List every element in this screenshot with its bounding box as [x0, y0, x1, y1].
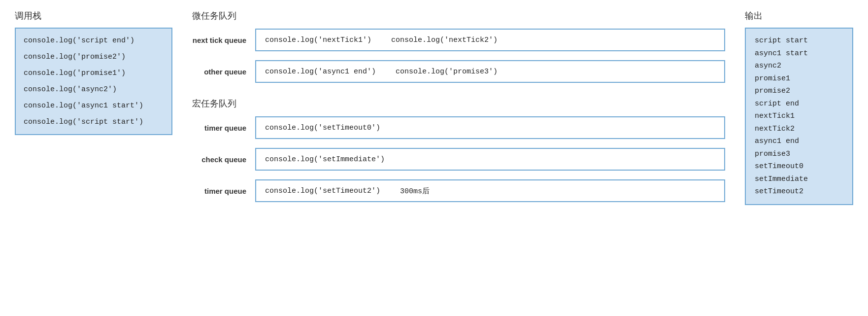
output-header: 输出 [745, 10, 853, 22]
micro-task-header: 微任务队列 [192, 10, 725, 22]
queue-box: console.log('nextTick1')console.log('nex… [255, 29, 725, 51]
queue-item: console.log('setTimeout2') [265, 187, 380, 195]
queue-label: check queue [192, 155, 246, 164]
output-box: script start async1 start async2 promise… [745, 28, 853, 205]
queue-item: console.log('setImmediate') [265, 155, 385, 164]
micro-queue-row: next tick queueconsole.log('nextTick1')c… [192, 29, 725, 51]
call-stack-item: console.log('promise1') [24, 66, 164, 80]
queue-label: other queue [192, 68, 246, 76]
macro-task-header: 宏任务队列 [192, 98, 725, 109]
queue-label: next tick queue [192, 36, 246, 44]
micro-queue-row: other queueconsole.log('async1 end')cons… [192, 60, 725, 83]
call-stack-column: 调用栈 console.log('script end')console.log… [15, 10, 172, 135]
main-layout: 调用栈 console.log('script end')console.log… [15, 10, 853, 211]
macro-queue-row: timer queueconsole.log('setTimeout2') 30… [192, 179, 725, 202]
queue-item: console.log('nextTick2') [391, 36, 498, 44]
output-column: 输出 script start async1 start async2 prom… [745, 10, 853, 205]
macro-queue-row: check queueconsole.log('setImmediate') [192, 148, 725, 171]
queue-box: console.log('async1 end')console.log('pr… [255, 60, 725, 83]
queue-label: timer queue [192, 124, 246, 132]
call-stack-header: 调用栈 [15, 10, 172, 22]
queue-label: timer queue [192, 187, 246, 195]
queue-box: console.log('setImmediate') [255, 148, 725, 171]
queue-box: console.log('setTimeout2') 300ms后 [255, 179, 725, 202]
call-stack-item: console.log('script end') [24, 34, 164, 48]
queue-item: console.log('setTimeout0') [265, 124, 380, 132]
call-stack-item: console.log('script start') [24, 115, 164, 129]
task-queue-column: 微任务队列 next tick queueconsole.log('nextTi… [192, 10, 725, 211]
queue-item: console.log('promise3') [396, 68, 498, 76]
call-stack-item: console.log('promise2') [24, 50, 164, 64]
macro-queue-row: timer queueconsole.log('setTimeout0') [192, 116, 725, 139]
call-stack-item: console.log('async2') [24, 82, 164, 97]
queue-box: console.log('setTimeout0') [255, 116, 725, 139]
micro-task-queues: next tick queueconsole.log('nextTick1')c… [192, 29, 725, 83]
call-stack-item: console.log('async1 start') [24, 99, 164, 113]
queue-item: console.log('async1 end') [265, 68, 376, 76]
queue-item: console.log('nextTick1') [265, 36, 371, 44]
call-stack-box: console.log('script end')console.log('pr… [15, 28, 172, 135]
macro-task-queues: timer queueconsole.log('setTimeout0')che… [192, 116, 725, 202]
queue-suffix: 300ms后 [400, 186, 430, 196]
